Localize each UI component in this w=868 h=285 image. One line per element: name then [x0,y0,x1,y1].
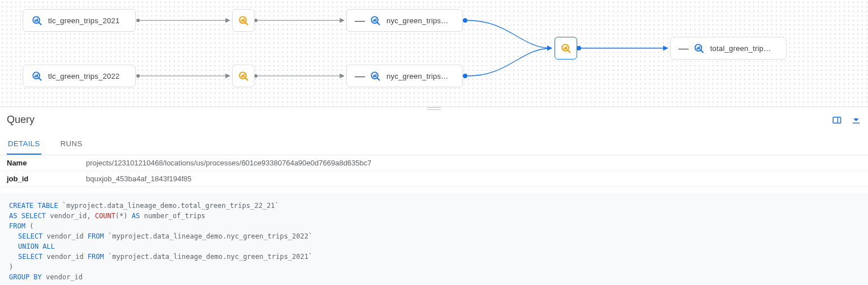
minus-icon: — [355,15,364,27]
node-process-2[interactable] [232,65,255,87]
svg-line-23 [377,78,379,80]
lineage-canvas[interactable]: tlc_green_trips_2021 — nyc_green_trips… … [0,0,868,107]
sql-code-block: CREATE TABLE `myproject.data_lineage_dem… [0,193,868,285]
svg-line-17 [377,22,379,24]
minus-icon: — [678,42,687,54]
svg-point-4 [136,74,140,78]
svg-line-27 [701,50,703,52]
node-merge-process[interactable] [555,37,577,59]
svg-point-8 [463,18,467,23]
svg-point-9 [463,74,467,78]
bigquery-icon [369,15,381,26]
svg-line-15 [245,22,247,24]
node-label: nyc_green_trips… [386,16,449,25]
node-output[interactable]: — total_green_trip… [670,37,787,59]
bigquery-icon [693,42,704,54]
node-intermediate-2[interactable]: — nyc_green_trips… [346,65,463,87]
detail-row-jobid: job_id bquxjob_453ba4af_1843f194f85 [0,171,868,187]
collapse-panel-icon[interactable] [851,115,861,125]
node-intermediate-1[interactable]: — nyc_green_trips… [346,9,463,32]
tab-details[interactable]: DETAILS [7,135,41,155]
bigquery-icon [238,70,249,82]
svg-line-13 [38,22,41,24]
node-process-1[interactable] [232,9,255,32]
detail-row-name: Name projects/123101210468/locations/us/… [0,155,868,171]
svg-rect-28 [833,117,841,123]
svg-line-19 [38,78,41,80]
bigquery-icon [31,70,42,82]
detail-value: bquxjob_453ba4af_1843f194f85 [86,175,192,183]
svg-point-0 [136,19,140,22]
node-label: tlc_green_trips_2022 [48,72,119,80]
panel-title: Query [7,114,35,126]
bigquery-icon [31,15,42,26]
bigquery-icon [560,42,571,54]
node-source-1[interactable]: tlc_green_trips_2021 [23,9,136,32]
detail-key: Name [7,159,86,167]
bigquery-icon [369,70,381,82]
detail-key: job_id [7,175,86,183]
node-source-2[interactable]: tlc_green_trips_2022 [23,65,136,87]
tab-runs[interactable]: RUNS [59,135,84,155]
panel-tabs: DETAILS RUNS [0,135,868,155]
detail-value: projects/123101210468/locations/us/proce… [86,159,372,167]
minus-icon: — [355,70,364,82]
svg-line-21 [245,78,247,80]
svg-line-25 [568,50,570,52]
bigquery-icon [238,15,249,26]
side-panel-icon[interactable] [832,115,842,125]
node-label: tlc_green_trips_2021 [48,16,119,25]
node-label: nyc_green_trips… [386,72,449,80]
svg-point-10 [577,46,581,50]
node-label: total_green_trip… [710,44,771,53]
